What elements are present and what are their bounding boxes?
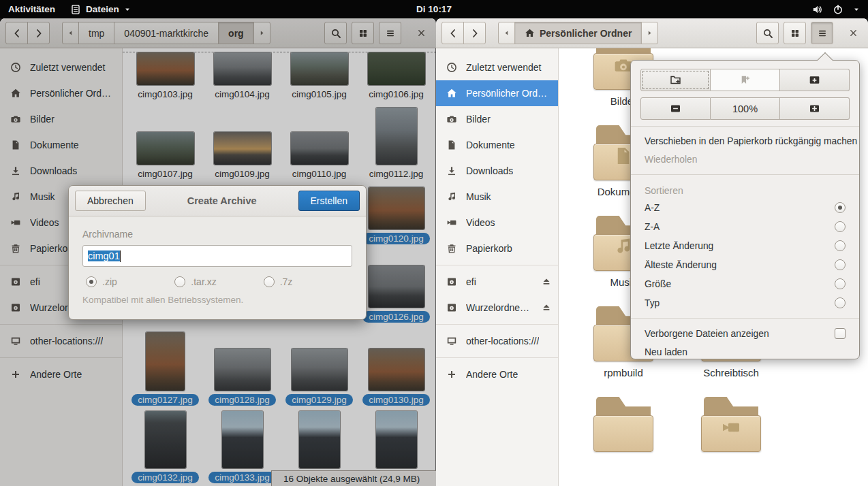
zoom-in-button[interactable]	[780, 97, 850, 120]
path-segment-label: Persönlicher Ordner	[540, 28, 632, 39]
folder-item[interactable]	[583, 395, 664, 485]
new-folder-button[interactable]	[640, 69, 711, 91]
create-button[interactable]: Erstellen	[298, 191, 360, 211]
sidebar-icon	[446, 191, 457, 202]
cancel-button[interactable]: Abbrechen	[75, 191, 146, 211]
app-menu-button[interactable]: Dateien	[70, 4, 131, 15]
radio-icon	[835, 202, 846, 213]
archive-name-input[interactable]: cimg01	[82, 245, 352, 267]
eject-icon[interactable]	[542, 303, 551, 312]
files-window-left: tmp040901-marktkircheorg Zuletzt verwend…	[0, 18, 436, 486]
dialog-headerbar: Abbrechen Create Archive Erstellen	[69, 186, 366, 216]
sidebar-item-label: other-locations:///	[466, 336, 539, 346]
files-app-icon	[70, 4, 81, 15]
zoom-out-button[interactable]	[640, 97, 711, 120]
sidebar-item[interactable]: Zuletzt verwendet	[436, 54, 558, 80]
power-icon[interactable]	[833, 4, 843, 15]
hamburger-menu-button[interactable]	[811, 22, 833, 44]
sidebar-item[interactable]: Downloads	[436, 158, 558, 184]
sidebar-item[interactable]: Musik	[436, 184, 558, 210]
radio-icon	[835, 278, 846, 289]
volume-icon[interactable]	[812, 4, 823, 15]
sidebar-item-label: Zuletzt verwendet	[466, 62, 542, 73]
folder-icon	[593, 403, 653, 452]
close-button[interactable]	[843, 24, 863, 43]
back-button[interactable]	[441, 22, 464, 44]
checkbox-icon	[835, 328, 846, 339]
files-window-right: Persönlicher Ordner Zuletzt verwendet Pe…	[436, 18, 868, 486]
menu-separator	[631, 126, 859, 127]
folder-emblem-icon	[721, 417, 741, 438]
radio-icon	[835, 259, 846, 270]
path-bar: Persönlicher Ordner	[498, 22, 658, 44]
sort-section-label: Sortieren	[631, 180, 859, 198]
menu-item-reload[interactable]: Neu laden	[631, 343, 859, 361]
sort-option-label: Letzte Änderung	[645, 241, 713, 251]
system-menu-caret-icon[interactable]	[853, 6, 860, 13]
radio-icon	[835, 240, 846, 251]
path-segment-home[interactable]: Persönlicher Ordner	[514, 22, 642, 44]
sidebar-icon	[446, 140, 457, 150]
folder-name: rpmbuild	[604, 367, 643, 378]
sidebar-item-label: Andere Orte	[466, 369, 518, 380]
add-bookmark-button[interactable]	[711, 69, 780, 91]
path-scroll-left-button[interactable]	[498, 22, 515, 44]
sidebar-icon	[446, 369, 457, 380]
archive-format-radio[interactable]: .zip	[86, 276, 174, 287]
sidebar-item[interactable]: Videos	[436, 210, 558, 236]
sort-option[interactable]: Typ	[631, 293, 859, 312]
sidebar-item-label: Videos	[466, 217, 495, 228]
dialog-title: Create Archive	[187, 195, 257, 206]
menu-item-show-hidden[interactable]: Verborgene Dateien anzeigen	[631, 324, 859, 343]
sidebar-icon	[446, 165, 457, 176]
activities-button[interactable]: Aktivitäten	[8, 4, 55, 14]
show-hidden-label: Verborgene Dateien anzeigen	[645, 329, 769, 339]
app-menu-label: Dateien	[86, 4, 119, 14]
sidebar-item[interactable]: efi	[436, 269, 558, 295]
sidebar-icon	[446, 62, 457, 73]
folder-icon	[701, 403, 761, 452]
sort-option[interactable]: Größe	[631, 274, 859, 293]
forward-button[interactable]	[463, 22, 486, 44]
sidebar-item[interactable]: Bilder	[436, 106, 558, 132]
sidebar-item[interactable]: Dokumente	[436, 132, 558, 158]
view-grid-button[interactable]	[784, 22, 806, 44]
sidebar-icon	[446, 114, 457, 125]
sort-option-label: Größe	[645, 279, 671, 289]
new-tab-button[interactable]	[780, 69, 850, 91]
sidebar-icon	[446, 302, 457, 313]
zoom-level-button[interactable]: 100%	[711, 97, 780, 120]
folder-item[interactable]	[690, 395, 772, 485]
menu-item-undo[interactable]: Verschieben in den Papierkorb rückgängig…	[631, 132, 859, 150]
text-caret	[120, 250, 121, 262]
clock[interactable]: Di 10:17	[416, 4, 452, 14]
sort-option[interactable]: Letzte Änderung	[631, 236, 859, 255]
eject-icon[interactable]	[542, 277, 551, 287]
sidebar-item[interactable]: Wurzelordne…	[436, 295, 558, 321]
popover-arrow	[818, 52, 833, 68]
radio-icon	[86, 276, 97, 287]
path-scroll-right-button[interactable]	[641, 22, 658, 44]
sidebar-item[interactable]: Andere Orte	[436, 361, 558, 387]
sort-option[interactable]: Älteste Änderung	[631, 255, 859, 274]
archive-format-radio[interactable]: .7z	[264, 276, 352, 287]
caret-down-icon	[124, 6, 131, 13]
radio-icon	[174, 276, 185, 287]
sort-option-label: Typ	[645, 298, 660, 308]
places-sidebar: Zuletzt verwendet Persönlicher Ordner Bi…	[436, 48, 559, 486]
sidebar-item-label: efi	[466, 276, 476, 287]
archive-format-radio[interactable]: .tar.xz	[174, 276, 263, 287]
sidebar-item[interactable]: other-locations:///	[436, 328, 558, 354]
hamburger-menu-popover: 100% Verschieben in den Papierkorb rückg…	[630, 60, 860, 359]
sidebar-item-label: Dokumente	[466, 140, 515, 150]
sidebar-item[interactable]: Persönlicher Ordner	[436, 80, 558, 106]
selected-input-text: cimg01	[88, 250, 120, 261]
sidebar-icon	[446, 88, 457, 99]
radio-icon	[835, 221, 846, 232]
sort-option[interactable]: A-Z	[631, 198, 859, 217]
sort-option[interactable]: Z-A	[631, 217, 859, 236]
search-button[interactable]	[756, 22, 779, 44]
radio-icon	[835, 297, 846, 308]
sidebar-item[interactable]: Papierkorb	[436, 236, 558, 261]
radio-icon	[264, 276, 275, 287]
